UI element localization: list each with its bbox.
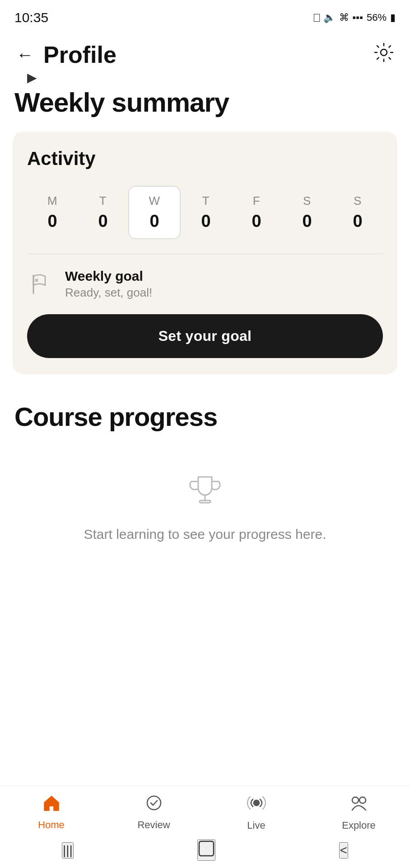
settings-gear-icon — [374, 45, 394, 66]
goal-text-group: Weekly goal Ready, set, goal! — [65, 269, 152, 300]
header: ← Profile — [0, 32, 410, 78]
status-bar: 10:35 ⎕ 🔈 ⌘ ▪▪▪ 56% ▮ — [0, 0, 410, 32]
activity-title: Activity — [27, 148, 383, 170]
day-value-wed: 0 — [149, 212, 159, 231]
nav-label-explore: Explore — [342, 820, 376, 831]
svg-point-7 — [254, 800, 259, 806]
goal-title: Weekly goal — [65, 269, 152, 284]
day-col-tue[interactable]: T 0 — [78, 187, 128, 238]
android-menu-icon: ||| — [63, 843, 73, 857]
android-menu-button[interactable]: ||| — [62, 842, 74, 859]
bluetooth-icon: ⎕ — [314, 12, 320, 24]
course-progress-title: Course progress — [0, 374, 410, 454]
day-value-sat: 0 — [302, 212, 312, 231]
day-col-thu[interactable]: T 0 — [181, 187, 231, 238]
review-icon — [144, 793, 163, 816]
goal-subtitle: Ready, set, goal! — [65, 286, 152, 300]
day-grid: M 0 T 0 W 0 T 0 F 0 S 0 S 0 — [27, 186, 383, 239]
day-label-mon: M — [47, 194, 57, 208]
day-value-tue: 0 — [98, 212, 107, 231]
android-back-icon: < — [340, 843, 347, 857]
weekly-summary-title: Weekly summary — [0, 78, 410, 132]
svg-rect-10 — [199, 841, 214, 856]
signal-icon: ▪▪▪ — [353, 12, 363, 24]
wifi-icon: ⌘ — [339, 12, 349, 24]
svg-point-8 — [352, 797, 359, 803]
page-title: Profile — [43, 41, 116, 68]
live-icon — [247, 793, 266, 817]
android-back-button[interactable]: < — [339, 842, 348, 859]
weekly-goal-row: Weekly goal Ready, set, goal! — [27, 269, 383, 300]
explore-icon — [349, 793, 369, 817]
bottom-nav-bar: Home Review — [0, 785, 410, 835]
nav-item-home[interactable]: Home — [0, 793, 102, 831]
nav-label-live: Live — [247, 820, 265, 831]
mute-icon: 🔈 — [323, 12, 335, 24]
nav-item-review[interactable]: Review — [102, 793, 205, 831]
nav-label-home: Home — [38, 819, 65, 831]
flag-icon — [27, 271, 54, 298]
day-value-sun: 0 — [353, 212, 362, 231]
day-col-sun[interactable]: S 0 — [332, 187, 383, 238]
home-icon — [42, 793, 61, 816]
svg-point-5 — [147, 796, 161, 810]
bottom-nav-wrapper: Home Review — [0, 785, 410, 868]
svg-rect-4 — [200, 500, 210, 503]
day-label-thu: T — [202, 194, 210, 208]
nav-item-live[interactable]: Live — [205, 793, 308, 831]
back-button[interactable]: ← — [14, 43, 35, 66]
day-col-fri[interactable]: F 0 — [231, 187, 282, 238]
android-system-bar: ||| < — [0, 835, 410, 868]
battery-icon: ▮ — [390, 12, 396, 24]
activity-card: Activity M 0 T 0 W 0 T 0 F 0 S 0 — [13, 132, 397, 374]
day-label-wed: W — [149, 194, 160, 208]
day-col-wed[interactable]: W 0 — [128, 186, 181, 239]
android-home-icon — [198, 845, 214, 859]
day-label-sat: S — [303, 194, 311, 208]
course-progress-empty-state: Start learning to see your progress here… — [0, 454, 410, 569]
day-value-fri: 0 — [252, 212, 261, 231]
status-time: 10:35 — [14, 10, 48, 25]
android-home-button[interactable] — [197, 840, 215, 861]
settings-button[interactable] — [372, 41, 396, 69]
nav-item-explore[interactable]: Explore — [308, 793, 410, 831]
day-value-thu: 0 — [201, 212, 210, 231]
nav-label-review: Review — [137, 819, 170, 831]
empty-state-text: Start learning to see your progress here… — [84, 527, 326, 542]
day-col-sat[interactable]: S 0 — [282, 187, 332, 238]
svg-point-9 — [359, 797, 366, 803]
trophy-icon — [187, 472, 223, 516]
day-value-mon: 0 — [47, 212, 57, 231]
day-label-sun: S — [354, 194, 362, 208]
card-divider — [27, 254, 383, 254]
day-col-mon[interactable]: M 0 — [27, 187, 78, 238]
svg-point-0 — [381, 49, 387, 56]
day-label-fri: F — [253, 194, 260, 208]
back-arrow-icon: ← — [16, 45, 33, 65]
day-label-tue: T — [99, 194, 107, 208]
set-goal-button[interactable]: Set your goal — [27, 314, 383, 358]
status-icons: ⎕ 🔈 ⌘ ▪▪▪ 56% ▮ — [314, 12, 396, 24]
header-left: ← Profile — [14, 41, 116, 68]
battery-text: 56% — [367, 12, 387, 24]
